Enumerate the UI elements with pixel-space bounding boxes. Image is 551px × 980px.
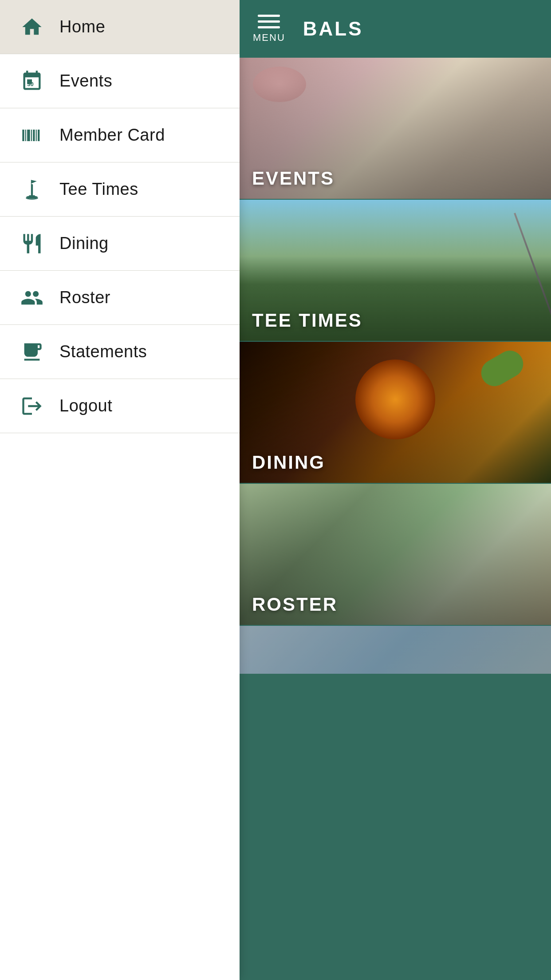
logout-icon [18, 392, 46, 420]
sidebar-item-roster-label: Roster [59, 288, 110, 307]
tile-events-label: EVENTS [252, 168, 335, 189]
sidebar-item-dining[interactable]: Dining [0, 217, 240, 271]
sidebar-item-member-card-label: Member Card [59, 126, 165, 145]
hamburger-line-1 [258, 15, 280, 17]
menu-button[interactable]: MENU [253, 15, 285, 43]
hamburger-line-2 [258, 20, 280, 23]
golf-club-icon [514, 213, 551, 317]
barcode-icon [18, 121, 46, 150]
sidebar-item-events-label: Events [59, 71, 112, 91]
sidebar-item-tee-times-label: Tee Times [59, 180, 138, 199]
sidebar-item-statements-label: Statements [59, 342, 147, 361]
sidebar: Home 30 Events Member Card Tee Ti [0, 0, 240, 980]
main-panel: MENU BALS EVENTS TEE TIMES DINING [240, 0, 551, 980]
hamburger-icon [258, 15, 280, 28]
home-icon [18, 13, 46, 41]
tile-teetimes[interactable]: TEE TIMES [240, 200, 551, 342]
sidebar-item-statements[interactable]: Statements [0, 325, 240, 379]
sidebar-item-member-card[interactable]: Member Card [0, 108, 240, 162]
food-green-decoration [476, 346, 528, 391]
roster-icon [18, 284, 46, 312]
food-decoration [355, 360, 435, 439]
sidebar-item-logout-label: Logout [59, 396, 112, 415]
tile-dining[interactable]: DINING [240, 342, 551, 484]
sidebar-item-home-label: Home [59, 17, 105, 36]
tile-dining-label: DINING [252, 452, 325, 473]
tiles-container: EVENTS TEE TIMES DINING ROSTER [240, 58, 551, 674]
sidebar-item-logout[interactable]: Logout [0, 379, 240, 433]
golf-flag-icon [18, 175, 46, 204]
tile-events[interactable]: EVENTS [240, 58, 551, 200]
header-bar: MENU BALS [240, 0, 551, 58]
sidebar-item-dining-label: Dining [59, 234, 109, 253]
calendar-icon: 30 [18, 67, 46, 95]
sidebar-item-home[interactable]: Home [0, 0, 240, 54]
statements-icon [18, 338, 46, 366]
sidebar-item-roster[interactable]: Roster [0, 271, 240, 325]
tile-partial [240, 626, 551, 674]
tile-teetimes-label: TEE TIMES [252, 310, 362, 331]
brand-title: BALS [303, 18, 363, 40]
menu-label: MENU [253, 32, 285, 43]
tile-roster[interactable]: ROSTER [240, 484, 551, 626]
dining-icon [18, 229, 46, 258]
hamburger-line-3 [258, 26, 280, 28]
tile-roster-label: ROSTER [252, 594, 338, 615]
svg-text:30: 30 [27, 80, 33, 87]
sidebar-item-events[interactable]: 30 Events [0, 54, 240, 108]
sidebar-item-tee-times[interactable]: Tee Times [0, 162, 240, 217]
